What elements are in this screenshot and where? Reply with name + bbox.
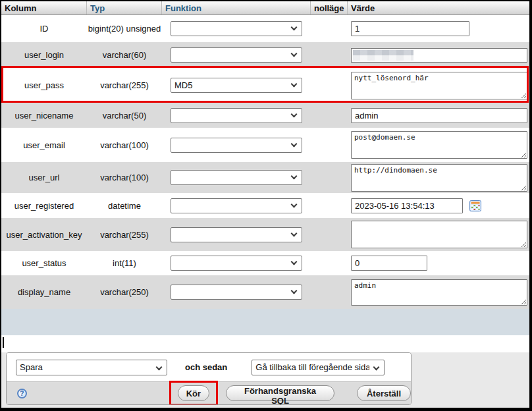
value-textarea-display-name[interactable]: admin xyxy=(351,279,527,306)
value-textarea-user-pass[interactable]: nytt_lösenord_här xyxy=(351,72,527,99)
table-row-user-nicename: user_nicename varchar(50) xyxy=(1,103,529,128)
value-input-user-nicename[interactable] xyxy=(351,108,527,123)
actions-panel-top: Spara och sedan Gå tillbaka till föregåe… xyxy=(7,353,411,381)
col-header-varde-label: Värde xyxy=(351,3,375,13)
function-select-user-url[interactable] xyxy=(171,170,302,185)
value-textarea-user-email[interactable]: post@domaen.se xyxy=(351,131,527,159)
value-textarea-user-url[interactable]: http://dindomaen.se xyxy=(351,164,527,192)
col-header-nollage: nolläge xyxy=(311,1,348,14)
column-type: int(11) xyxy=(87,258,162,268)
highlight-box-kor-button: Kör xyxy=(169,381,218,405)
table-row-user-registered: user_registered datetime xyxy=(1,193,529,218)
column-type: varchar(100) xyxy=(87,173,162,182)
table-row-user-pass: user_pass varchar(255) MD5 nytt_lösenord… xyxy=(1,68,529,103)
column-type: varchar(100) xyxy=(87,140,162,150)
column-type: bigint(20) unsigned xyxy=(87,24,162,34)
text-cursor-artifact xyxy=(3,337,4,348)
function-select-user-status[interactable] xyxy=(171,256,302,271)
actions-panel-buttons: ? Kör Förhandsgranska SQL Återställ xyxy=(7,381,411,404)
column-name: ID xyxy=(1,24,87,34)
save-action-select[interactable]: Spara xyxy=(16,360,167,375)
column-name: user_registered xyxy=(1,201,87,211)
function-select-user-activation-key[interactable] xyxy=(171,227,302,242)
column-type: varchar(50) xyxy=(87,111,162,121)
column-type: varchar(255) xyxy=(87,80,162,90)
table-header-row: Kolumn Typ Funktion nolläge Värde xyxy=(1,1,529,15)
bottom-area: Spara och sedan Gå tillbaka till föregåe… xyxy=(1,352,529,408)
function-select-user-email[interactable] xyxy=(171,138,302,153)
value-input-id[interactable] xyxy=(351,21,469,36)
and-then-label: och sedan xyxy=(185,362,227,372)
actions-panel: Spara och sedan Gå tillbaka till föregåe… xyxy=(6,352,412,405)
column-name: user_login xyxy=(1,50,87,60)
function-select-user-nicename[interactable] xyxy=(171,108,302,123)
col-header-typ-label: Typ xyxy=(90,3,105,13)
phpmyadmin-edit-row-window: Kolumn Typ Funktion nolläge Värde ID big… xyxy=(0,0,532,411)
go-button[interactable]: Kör xyxy=(178,385,209,401)
reset-button[interactable]: Återställ xyxy=(357,385,411,401)
column-name: display_name xyxy=(1,287,87,297)
table-footer-strip xyxy=(1,309,529,335)
column-name: user_url xyxy=(1,173,87,182)
value-input-user-registered[interactable] xyxy=(351,198,463,213)
value-textarea-user-activation-key[interactable] xyxy=(351,221,527,248)
table-row-user-status: user_status int(11) xyxy=(1,251,529,275)
col-header-nollage-label: nolläge xyxy=(314,3,344,13)
column-name: user_pass xyxy=(1,80,87,90)
col-header-typ[interactable]: Typ xyxy=(87,1,162,14)
table-row-user-login: user_login varchar(60) xyxy=(1,42,529,68)
function-select-user-registered[interactable] xyxy=(171,198,302,213)
col-header-kolumn: Kolumn xyxy=(1,1,87,14)
column-type: datetime xyxy=(87,201,162,211)
table-row-user-email: user_email varchar(100) post@domaen.se xyxy=(1,128,529,162)
column-name: user_status xyxy=(1,258,87,268)
table-row-user-activation-key: user_activation_key varchar(255) xyxy=(1,218,529,251)
column-name: user_activation_key xyxy=(1,230,87,240)
col-header-funktion-label: Funktion xyxy=(165,3,201,13)
preview-sql-button[interactable]: Förhandsgranska SQL xyxy=(226,385,334,401)
function-select-display-name[interactable] xyxy=(171,285,302,300)
table-row-id: ID bigint(20) unsigned xyxy=(1,15,529,42)
value-input-user-status[interactable] xyxy=(351,256,427,271)
column-type: varchar(255) xyxy=(87,230,162,240)
column-name: user_email xyxy=(1,140,87,150)
content-gap xyxy=(1,335,529,352)
calendar-icon[interactable] xyxy=(469,200,481,211)
table-row-user-url: user_url varchar(100) http://dindomaen.s… xyxy=(1,162,529,193)
function-select-user-pass[interactable]: MD5 xyxy=(171,78,302,93)
table-row-display-name: display_name varchar(250) admin xyxy=(1,275,529,309)
function-select-id[interactable] xyxy=(171,21,302,36)
column-type: varchar(60) xyxy=(87,50,162,60)
column-type: varchar(250) xyxy=(87,287,162,297)
censored-value-blur xyxy=(353,50,413,61)
function-select-user-login[interactable] xyxy=(171,47,302,63)
after-save-select[interactable]: Gå tillbaka till föregående sida xyxy=(252,360,385,375)
column-name: user_nicename xyxy=(1,111,87,121)
col-header-funktion[interactable]: Funktion xyxy=(162,1,311,14)
help-icon[interactable]: ? xyxy=(17,389,27,398)
col-header-varde: Värde xyxy=(348,1,529,14)
col-header-kolumn-label: Kolumn xyxy=(5,3,36,13)
value-input-user-login[interactable] xyxy=(351,48,527,63)
